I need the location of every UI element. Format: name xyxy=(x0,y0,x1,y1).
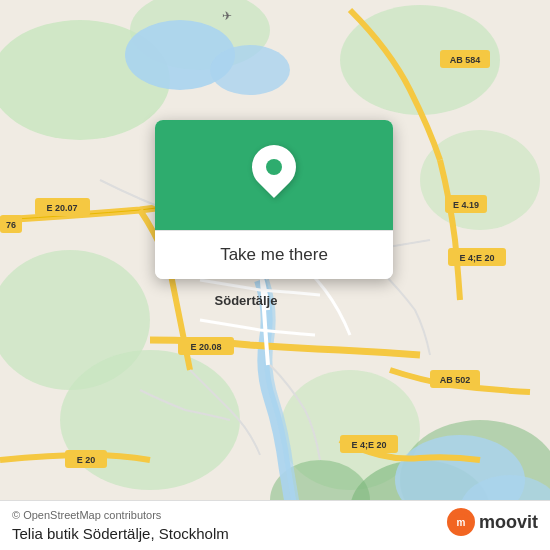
svg-text:E 4;E 20: E 4;E 20 xyxy=(351,440,386,450)
svg-point-4 xyxy=(420,130,540,230)
svg-text:Södertälje: Södertälje xyxy=(215,293,278,308)
svg-text:✈: ✈ xyxy=(222,9,232,23)
moovit-text: moovit xyxy=(479,512,538,533)
location-pin-icon xyxy=(249,145,299,205)
moovit-logo: m moovit xyxy=(447,508,538,536)
moovit-icon: m xyxy=(447,508,475,536)
svg-text:E 20: E 20 xyxy=(77,455,96,465)
popup-card: Take me there xyxy=(155,120,393,279)
svg-text:E 20.07: E 20.07 xyxy=(46,203,77,213)
map-container: E 20.07 AB 584 E 4.19 E 4;E 20 E 20.08 A… xyxy=(0,0,550,550)
bottom-bar: © OpenStreetMap contributors Telia butik… xyxy=(0,500,550,550)
svg-text:E 4.19: E 4.19 xyxy=(453,200,479,210)
svg-text:m: m xyxy=(457,517,466,528)
svg-text:AB 584: AB 584 xyxy=(450,55,481,65)
popup-header xyxy=(155,120,393,230)
svg-text:76: 76 xyxy=(6,220,16,230)
svg-text:AB 502: AB 502 xyxy=(440,375,471,385)
svg-point-6 xyxy=(60,350,240,490)
svg-text:E 4;E 20: E 4;E 20 xyxy=(459,253,494,263)
svg-point-12 xyxy=(210,45,290,95)
svg-text:E 20.08: E 20.08 xyxy=(190,342,221,352)
take-me-there-button[interactable]: Take me there xyxy=(155,230,393,279)
